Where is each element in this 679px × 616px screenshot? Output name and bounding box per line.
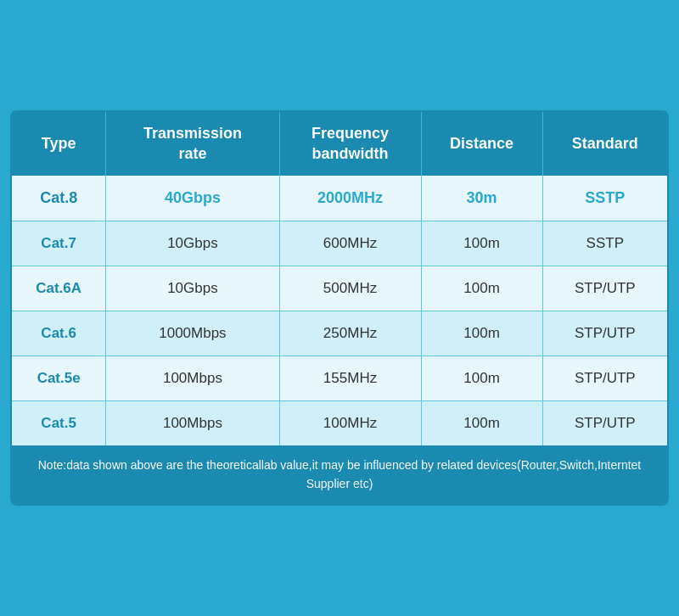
- table-row: Cat.5e100Mbps155MHz100mSTP/UTP: [12, 356, 667, 401]
- footer-note: Note:data shown above are the theoretica…: [12, 445, 667, 504]
- cell-distance: 100m: [421, 221, 542, 266]
- cell-type: Cat.5: [12, 401, 106, 446]
- header-distance: Distance: [421, 112, 542, 176]
- cell-type: Cat.6A: [12, 266, 106, 311]
- header-standard: Standard: [542, 112, 667, 176]
- cell-frequency: 250MHz: [279, 311, 421, 356]
- cell-transmission: 40Gbps: [106, 176, 279, 221]
- cell-transmission: 10Gbps: [106, 221, 279, 266]
- cell-frequency: 500MHz: [279, 266, 421, 311]
- cell-transmission: 100Mbps: [106, 356, 279, 401]
- table-row: Cat.6A10Gbps500MHz100mSTP/UTP: [12, 266, 667, 311]
- table-row: Cat.710Gbps600MHz100mSSTP: [12, 221, 667, 266]
- cell-type: Cat.8: [12, 176, 106, 221]
- cell-type: Cat.5e: [12, 356, 106, 401]
- cell-standard: SSTP: [542, 221, 667, 266]
- cell-transmission: 100Mbps: [106, 401, 279, 446]
- cell-type: Cat.6: [12, 311, 106, 356]
- cell-distance: 100m: [421, 356, 542, 401]
- comparison-table: Type Transmissionrate Frequencybandwidth…: [10, 110, 669, 506]
- header-transmission: Transmissionrate: [106, 112, 279, 176]
- cell-standard: STP/UTP: [542, 401, 667, 446]
- cell-frequency: 155MHz: [279, 356, 421, 401]
- cell-standard: STP/UTP: [542, 356, 667, 401]
- cell-transmission: 1000Mbps: [106, 311, 279, 356]
- cell-type: Cat.7: [12, 221, 106, 266]
- table-row: Cat.5100Mbps100MHz100mSTP/UTP: [12, 401, 667, 446]
- table-row: Cat.61000Mbps250MHz100mSTP/UTP: [12, 311, 667, 356]
- cell-standard: SSTP: [542, 176, 667, 221]
- cell-distance: 100m: [421, 401, 542, 446]
- cell-frequency: 2000MHz: [279, 176, 421, 221]
- header-type: Type: [12, 112, 106, 176]
- cell-standard: STP/UTP: [542, 266, 667, 311]
- table-row: Cat.840Gbps2000MHz30mSSTP: [12, 176, 667, 221]
- cell-frequency: 600MHz: [279, 221, 421, 266]
- cell-distance: 100m: [421, 311, 542, 356]
- cell-transmission: 10Gbps: [106, 266, 279, 311]
- cell-distance: 30m: [421, 176, 542, 221]
- cell-distance: 100m: [421, 266, 542, 311]
- table-header-row: Type Transmissionrate Frequencybandwidth…: [12, 112, 667, 176]
- cell-standard: STP/UTP: [542, 311, 667, 356]
- cell-frequency: 100MHz: [279, 401, 421, 446]
- header-frequency: Frequencybandwidth: [279, 112, 421, 176]
